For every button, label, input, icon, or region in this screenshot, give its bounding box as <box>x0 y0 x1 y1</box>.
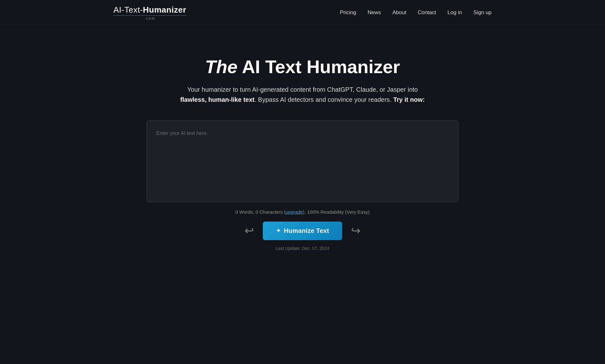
logo[interactable]: AI-Text-Humanizer .com <box>113 5 186 20</box>
nav-pricing[interactable]: Pricing <box>340 9 356 16</box>
logo-humanizer: Humanizer <box>143 5 186 14</box>
logo-com: .com <box>144 16 156 20</box>
humanize-button[interactable]: ✦ Humanize Text <box>263 222 343 240</box>
hero-subtitle-plain: Your humanizer to turn AI-generated cont… <box>187 86 418 93</box>
stats-bar: 0 Words, 0 Characters (upgrade), 100% Re… <box>235 209 370 215</box>
last-update: Last Update: Dec. 07, 2024 <box>276 246 329 251</box>
nav-signup[interactable]: Sign up <box>473 9 492 16</box>
hero-subtitle-end: . Bypass AI detectors and convince your … <box>255 96 393 103</box>
nav-news[interactable]: News <box>367 9 381 16</box>
nav-links: Pricing News About Contact Log in Sign u… <box>340 9 492 16</box>
navbar: AI-Text-Humanizer .com Pricing News Abou… <box>0 0 605 25</box>
logo-text: AI-Text-Humanizer <box>113 5 186 15</box>
ai-text-input[interactable] <box>147 120 458 202</box>
nav-about[interactable]: About <box>392 9 406 16</box>
redo-arrow-icon[interactable]: ↪ <box>351 224 360 237</box>
logo-divider <box>113 15 186 16</box>
hero-title-italic: The <box>205 56 238 77</box>
hero-subtitle: Your humanizer to turn AI-generated cont… <box>180 84 425 105</box>
stats-readability: ), 100% Readability (Very Easy) <box>303 209 370 215</box>
hero-title-rest: AI Text Humanizer <box>238 56 400 77</box>
button-row: ↩ ✦ Humanize Text ↪ <box>245 222 361 240</box>
logo-ai: AI-Text- <box>113 5 143 14</box>
humanize-button-label: Humanize Text <box>284 227 329 234</box>
hero-title: The AI Text Humanizer <box>205 57 400 77</box>
nav-login[interactable]: Log in <box>447 9 462 16</box>
hero-subtitle-bold: flawless, human-like text <box>180 96 255 103</box>
nav-contact[interactable]: Contact <box>418 9 436 16</box>
stats-words-chars: 0 Words, 0 Characters ( <box>235 209 285 215</box>
upgrade-link[interactable]: upgrade <box>285 209 303 215</box>
text-area-container <box>147 120 458 204</box>
hero-subtitle-cta: Try it now: <box>393 96 425 103</box>
main-content: The AI Text Humanizer Your humanizer to … <box>0 25 605 251</box>
undo-arrow-icon[interactable]: ↩ <box>245 224 254 237</box>
wand-icon: ✦ <box>276 227 281 234</box>
